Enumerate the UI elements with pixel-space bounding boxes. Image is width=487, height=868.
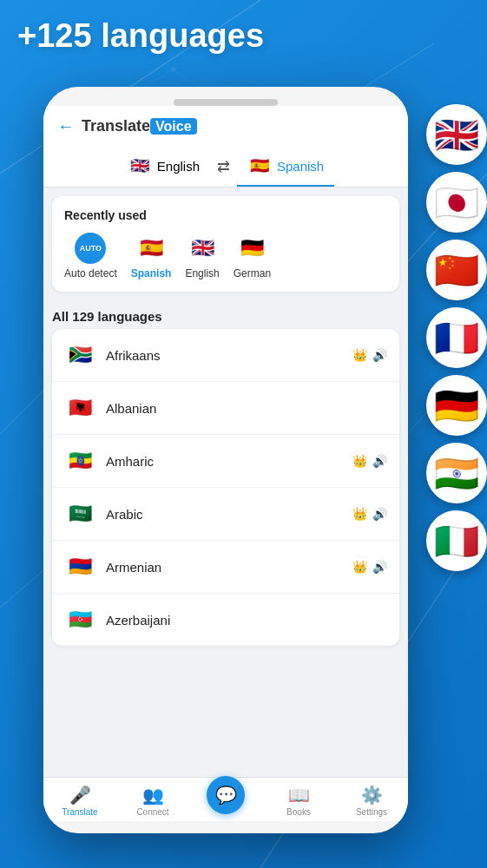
language-list: 🇿🇦 Afrikaans 👑 🔊 🇦🇱 Albanian 🇪🇹 Amharic [52,329,399,646]
recent-english[interactable]: 🇬🇧 English [185,233,219,279]
floating-flag-it: 🇮🇹 [426,510,487,571]
spacer [43,649,408,777]
phone-notch [174,99,278,106]
albanian-label: Albanian [106,401,387,416]
all-languages-title: All 129 languages [52,309,399,324]
app-title-translate: Translate [82,117,150,135]
crown-icon-arabic: 👑 [352,507,367,521]
english-label: English [185,267,219,279]
voice-icon-armenian: 🔊 [372,560,387,574]
amharic-icons: 👑 🔊 [352,454,387,468]
lang-item-amharic[interactable]: 🇪🇹 Amharic 👑 🔊 [52,435,399,488]
auto-detect-label: Auto detect [64,267,117,279]
crown-icon-afrikaans: 👑 [352,348,367,362]
flag-azerbaijani: 🇦🇿 [64,604,95,635]
armenian-label: Armenian [106,560,352,575]
floating-flag-uk: 🇬🇧 [426,104,487,165]
floating-flag-fr: 🇫🇷 [426,307,487,368]
nav-connect[interactable]: 👥 Connect [116,785,189,818]
connect-nav-label: Connect [136,807,168,817]
azerbaijani-label: Azerbaijani [106,613,387,628]
settings-icon: ⚙️ [361,785,383,806]
flag-recent-english: 🇬🇧 [187,233,218,264]
floating-flag-jp: 🇯🇵 [426,172,487,233]
flag-arabic: 🇸🇦 [64,498,95,529]
floating-flag-in: 🇮🇳 [426,443,487,503]
floating-flags: 🇬🇧 🇯🇵 🇨🇳 🇫🇷 🇩🇪 🇮🇳 🇮🇹 [426,104,487,576]
books-icon: 📖 [288,785,310,806]
recent-langs-list: AUTO Auto detect 🇪🇸 Spanish 🇬🇧 English 🇩… [64,233,387,279]
app-content: ← TranslateVoice 🇬🇧 English ⇄ 🇪🇸 Spanish [43,106,408,821]
recently-used-title: Recently used [64,208,387,222]
language-selector: 🇬🇧 English ⇄ 🇪🇸 Spanish [57,147,394,187]
afrikaans-icons: 👑 🔊 [352,348,387,362]
swap-languages-button[interactable]: ⇄ [217,157,230,176]
german-label: German [234,267,271,279]
app-title-row: ← TranslateVoice [57,116,394,136]
chat-icon: 💬 [215,785,237,806]
voice-icon-amharic: 🔊 [372,454,387,468]
floating-flag-de: 🇩🇪 [426,375,487,436]
lang-from-label: English [157,159,200,174]
voice-icon-arabic: 🔊 [372,507,387,521]
recent-spanish[interactable]: 🇪🇸 Spanish [131,233,172,279]
all-languages-section: All 129 languages 🇿🇦 Afrikaans 👑 🔊 🇦🇱 Al… [43,300,408,649]
connect-icon: 👥 [142,785,164,806]
flag-recent-spanish: 🇪🇸 [135,233,167,264]
phone-frame: ← TranslateVoice 🇬🇧 English ⇄ 🇪🇸 Spanish [43,87,408,833]
bottom-navigation: 🎤 Translate 👥 Connect 💬 📖 Books ⚙️ Setti… [43,777,408,821]
lang-item-armenian[interactable]: 🇦🇲 Armenian 👑 🔊 [52,541,399,594]
armenian-icons: 👑 🔊 [352,560,387,574]
recently-used-section: Recently used AUTO Auto detect 🇪🇸 Spanis… [52,196,399,292]
promo-title: +125 languages [17,17,264,55]
translate-nav-label: Translate [62,807,97,817]
lang-to-label: Spanish [277,159,324,174]
floating-flag-cn: 🇨🇳 [426,240,487,300]
lang-item-afrikaans[interactable]: 🇿🇦 Afrikaans 👑 🔊 [52,329,399,382]
flag-afrikaans: 🇿🇦 [64,339,95,371]
recent-auto-detect[interactable]: AUTO Auto detect [64,233,117,279]
arabic-label: Arabic [106,507,352,522]
spanish-label: Spanish [131,267,172,279]
flag-amharic: 🇪🇹 [64,445,95,477]
afrikaans-label: Afrikaans [106,348,352,363]
app-header: ← TranslateVoice 🇬🇧 English ⇄ 🇪🇸 Spanish [43,106,408,187]
chat-button[interactable]: 💬 [207,776,245,814]
app-title-voice: Voice [150,118,197,135]
flag-recent-german: 🇩🇪 [236,233,267,264]
nav-chat[interactable]: 💬 [189,785,262,818]
app-title: TranslateVoice [82,117,197,135]
arabic-icons: 👑 🔊 [352,507,387,521]
recent-german[interactable]: 🇩🇪 German [234,233,271,279]
nav-books[interactable]: 📖 Books [262,785,335,818]
amharic-label: Amharic [106,454,352,469]
flag-spanish: 🇪🇸 [247,154,272,178]
flag-armenian: 🇦🇲 [64,551,95,582]
lang-item-arabic[interactable]: 🇸🇦 Arabic 👑 🔊 [52,488,399,541]
auto-detect-badge: AUTO [75,233,106,264]
crown-icon-armenian: 👑 [352,560,367,574]
lang-from-button[interactable]: 🇬🇧 English [117,147,210,187]
voice-icon-afrikaans: 🔊 [372,348,387,362]
lang-item-azerbaijani[interactable]: 🇦🇿 Azerbaijani [52,594,399,646]
flag-english: 🇬🇧 [128,154,152,178]
lang-to-button[interactable]: 🇪🇸 Spanish [237,147,334,187]
nav-translate[interactable]: 🎤 Translate [43,785,116,818]
mic-icon: 🎤 [69,785,91,806]
crown-icon-amharic: 👑 [352,454,367,468]
lang-item-albanian[interactable]: 🇦🇱 Albanian [52,382,399,435]
books-nav-label: Books [286,807,311,817]
settings-nav-label: Settings [356,807,387,817]
back-button[interactable]: ← [57,116,75,136]
nav-settings[interactable]: ⚙️ Settings [335,785,408,818]
flag-albanian: 🇦🇱 [64,392,95,424]
